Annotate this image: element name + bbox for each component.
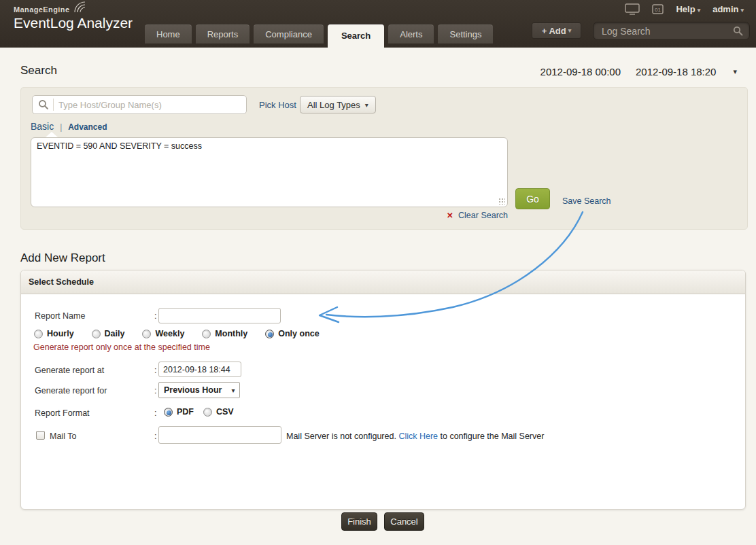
host-search-icon [38,99,49,110]
mode-separator: | [60,122,62,132]
tab-advanced[interactable]: Advanced [68,122,107,132]
query-textarea[interactable]: EVENTID = 590 AND SEVERITY = success [31,137,508,207]
tab-alerts[interactable]: Alerts [388,24,434,43]
save-search-link[interactable]: Save Search [562,196,611,206]
radio-hourly[interactable]: Hourly [34,329,74,338]
configure-mail-link[interactable]: Click Here [398,432,438,441]
report-name-input[interactable] [158,308,281,323]
clear-search-link[interactable]: ✕ Clear Search [31,211,508,220]
radio-csv[interactable]: CSV [203,407,234,417]
radio-icon [202,330,211,338]
svg-text:01: 01 [655,7,661,13]
colon: : [154,311,156,321]
search-icon[interactable] [733,26,743,36]
generate-for-select[interactable]: Previous Hour ▾ [158,382,240,398]
radio-icon [34,330,43,338]
report-name-label: Report Name [35,311,85,321]
tab-compliance[interactable]: Compliance [254,24,324,43]
generate-for-label: Generate report for [35,386,107,395]
query-area: EVENTID = 590 AND SEVERITY = success [31,137,508,207]
document-icon[interactable]: 01 [652,4,664,15]
radio-monthly[interactable]: Monthly [202,329,247,338]
radio-icon [203,408,212,417]
tab-settings[interactable]: Settings [438,24,493,43]
generate-at-input[interactable] [158,362,241,377]
radio-icon [142,330,151,338]
tab-reports[interactable]: Reports [196,24,250,43]
finish-button[interactable]: Finish [341,512,377,531]
host-search-box [32,95,247,114]
format-radio-group: PDF CSV [164,407,234,417]
brand-product: EventLog Analyzer [14,15,133,31]
mail-server-note: Mail Server is not configured. Click Her… [286,432,544,441]
basic-tab-pointer [46,132,58,137]
radio-icon-selected [164,408,173,417]
log-types-dropdown[interactable]: All Log Types ▾ [300,96,376,113]
mail-to-checkbox[interactable] [36,431,45,440]
panel-header: Select Schedule [21,270,745,294]
mail-to-label: Mail To [50,432,76,441]
schedule-note: Generate report only once at the specifi… [33,342,210,352]
go-button[interactable]: Go [515,188,550,209]
radio-pdf[interactable]: PDF [164,407,194,417]
tab-basic[interactable]: Basic [31,121,54,132]
user-menu[interactable]: admin▾ [712,4,744,14]
help-caret-icon: ▾ [698,7,701,14]
date-range-end[interactable]: 2012-09-18 18:20 [636,66,716,77]
date-range: 2012-09-18 00:00 2012-09-18 18:20 ▾ [540,66,737,77]
generate-at-label: Generate report at [35,366,104,375]
tab-search[interactable]: Search [328,24,384,48]
search-mode-switch: Basic | Advanced [31,121,107,132]
user-caret-icon: ▾ [740,7,744,14]
radio-only-once[interactable]: Only once [265,329,319,338]
radio-icon-selected [265,330,274,338]
search-panel: Pick Host All Log Types ▾ Basic | Advanc… [20,87,748,230]
tab-home[interactable]: Home [145,24,192,43]
schedule-radio-group: Hourly Daily Weekly Monthly Only once [34,329,320,338]
help-menu[interactable]: Help▾ [676,4,700,14]
app-window: ManageEngine EventLog Analyzer 01 Help▾ … [0,0,756,545]
colon: : [154,432,156,441]
section-title: Add New Report [20,251,105,265]
mail-to-input[interactable] [158,426,281,444]
app-header: ManageEngine EventLog Analyzer 01 Help▾ … [0,0,756,48]
date-range-caret-icon[interactable]: ▾ [733,67,737,76]
input-divider [53,99,54,111]
add-button[interactable]: + Add ▾ [532,22,581,39]
main-nav: Home Reports Compliance Search Alerts Se… [145,24,493,48]
colon: : [154,386,156,395]
host-search-input[interactable] [58,100,246,110]
brand-logo: ManageEngine EventLog Analyzer [14,5,133,31]
pick-host-link[interactable]: Pick Host [259,100,296,110]
format-label: Report Format [35,408,90,418]
resize-grip[interactable] [498,198,505,205]
colon: : [154,408,156,418]
page-title: Search [20,64,57,77]
date-range-start[interactable]: 2012-09-18 00:00 [540,66,621,77]
radio-weekly[interactable]: Weekly [142,329,184,338]
monitor-icon[interactable] [625,3,640,15]
schedule-panel: Select Schedule Report Name : Hourly Dai… [20,270,746,510]
log-search-box [593,22,750,40]
radio-icon [92,330,101,338]
log-search-input[interactable] [594,26,733,37]
chevron-down-icon: ▾ [365,101,368,109]
clear-x-icon: ✕ [447,211,453,219]
cancel-button[interactable]: Cancel [384,512,424,531]
colon: : [154,366,156,375]
chevron-down-icon: ▾ [231,387,235,394]
radio-daily[interactable]: Daily [92,329,125,338]
brand-swoosh-icon [72,0,90,14]
add-caret-icon: ▾ [568,27,572,34]
